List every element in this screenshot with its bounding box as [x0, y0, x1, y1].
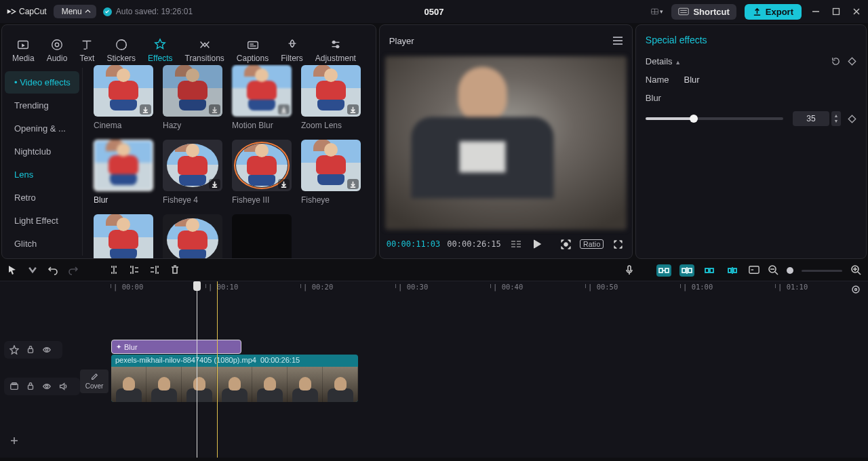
effect-card[interactable]: Fisheye	[301, 140, 361, 205]
snap-4[interactable]	[726, 264, 741, 277]
blur-value[interactable]: 35	[793, 111, 829, 126]
snap-3[interactable]	[703, 264, 717, 277]
pointer-tool[interactable]	[7, 264, 18, 277]
add-track-button[interactable]	[4, 432, 24, 449]
player-title: Player	[389, 36, 414, 46]
titlebar: CapCut Menu Auto saved: 19:26:01 0507 ▾ …	[0, 0, 868, 23]
play-button[interactable]	[530, 237, 545, 252]
ruler-tick: | 00:30	[398, 283, 428, 291]
zoom-slider-knob[interactable]	[787, 267, 793, 274]
playhead[interactable]	[197, 281, 197, 458]
blur-slider[interactable]	[646, 117, 783, 120]
zoom-slider-track[interactable]	[802, 270, 842, 272]
effect-card[interactable]	[163, 214, 222, 258]
close-button[interactable]	[850, 5, 863, 18]
category-item[interactable]: Retro	[5, 186, 79, 209]
trim-left-tool[interactable]	[129, 264, 140, 277]
svg-rect-3	[679, 8, 688, 15]
category-item[interactable]: Glitch	[5, 233, 79, 255]
details-label[interactable]: Details ▲	[646, 56, 681, 66]
download-icon[interactable]	[347, 104, 359, 115]
pointer-dropdown[interactable]	[27, 264, 38, 277]
effect-card[interactable]: Fisheye 4	[163, 140, 222, 205]
preview-toggle[interactable]	[749, 264, 760, 277]
trim-right-tool[interactable]	[149, 264, 160, 277]
category-item[interactable]: Opening & ...	[5, 117, 79, 140]
menu-button[interactable]: Menu	[54, 5, 96, 18]
video-track-header[interactable]	[4, 378, 80, 395]
module-tab-stickers[interactable]: Stickers	[100, 38, 142, 63]
module-tab-text[interactable]: Text	[73, 38, 100, 63]
effect-card[interactable]: Hazy	[163, 65, 222, 130]
download-icon[interactable]	[209, 104, 220, 115]
layout-button[interactable]: ▾	[651, 5, 663, 18]
module-tab-adjustment[interactable]: Adjustment	[309, 38, 362, 63]
redo-button[interactable]	[68, 264, 79, 277]
blur-stepper[interactable]: ▲▼	[831, 111, 841, 126]
export-button[interactable]: Export	[745, 4, 802, 20]
category-item[interactable]: Light Effect	[5, 209, 79, 232]
zoom-out[interactable]	[768, 264, 778, 277]
effect-card[interactable]: Fisheye III	[232, 140, 292, 205]
list-icon[interactable]	[509, 237, 524, 252]
download-icon[interactable]	[278, 179, 290, 189]
category-item[interactable]: Nightclub	[5, 140, 79, 163]
module-tab-effects[interactable]: Effects	[142, 38, 178, 63]
ruler-tick: | 01:00	[683, 283, 713, 291]
cover-button[interactable]: Cover	[80, 369, 108, 393]
effect-card[interactable]: Cinema	[94, 65, 153, 130]
download-icon[interactable]	[209, 179, 220, 189]
ruler-tick: | 00:50	[588, 283, 618, 291]
svg-rect-27	[848, 58, 856, 65]
download-icon[interactable]	[347, 179, 359, 189]
keyframe-icon[interactable]	[848, 115, 856, 123]
delete-tool[interactable]	[170, 264, 180, 277]
settings-icon[interactable]	[850, 284, 863, 296]
module-tab-media[interactable]: Media	[6, 38, 41, 63]
mic-icon[interactable]	[624, 264, 635, 277]
download-icon[interactable]	[140, 104, 151, 115]
svg-rect-7	[833, 9, 840, 15]
category-item[interactable]: Trending	[5, 94, 79, 117]
timeline[interactable]: | 00:00| 00:10| 00:20| 00:30| 00:40| 00:…	[0, 281, 868, 458]
snap-2[interactable]	[679, 264, 694, 277]
zoom-in[interactable]	[850, 264, 861, 277]
svg-point-18	[332, 41, 335, 44]
module-tab-audio[interactable]: Audio	[41, 38, 74, 63]
video-clip[interactable]: pexels-mikhail-nilov-8847405 (1080p).mp4…	[111, 355, 358, 402]
effect-card[interactable]	[94, 214, 153, 258]
shortcut-button[interactable]: Shortcut	[671, 4, 736, 20]
svg-rect-31	[665, 268, 669, 273]
snap-1[interactable]	[656, 264, 671, 277]
module-tab-filters[interactable]: Filters	[275, 38, 309, 63]
svg-rect-30	[659, 268, 663, 273]
effect-card[interactable]: Motion Blur	[232, 65, 292, 130]
undo-button[interactable]	[47, 264, 58, 277]
effect-card[interactable]: Blur	[94, 140, 153, 205]
fx-clip[interactable]: Blur	[111, 340, 241, 354]
ratio-button[interactable]: Ratio	[580, 239, 604, 249]
fx-track-header[interactable]	[4, 341, 62, 359]
module-tab-captions[interactable]: Captions	[231, 38, 275, 63]
player-menu-icon[interactable]	[613, 37, 623, 44]
project-title: 0507	[425, 7, 444, 17]
inspector-title: Special effects	[646, 25, 856, 52]
effect-card[interactable]	[232, 214, 292, 258]
marker-line[interactable]	[217, 281, 218, 458]
download-icon[interactable]	[278, 104, 290, 115]
svg-rect-56	[28, 385, 33, 389]
fullscreen-icon[interactable]	[610, 237, 625, 252]
minimize-button[interactable]	[810, 5, 822, 18]
svg-point-19	[336, 45, 339, 48]
effect-card[interactable]: Zoom Lens	[301, 65, 361, 130]
split-tool[interactable]	[108, 264, 119, 277]
focus-icon[interactable]	[559, 237, 573, 252]
category-item[interactable]: Lens	[5, 163, 79, 186]
module-tab-transitions[interactable]: Transitions	[179, 38, 231, 63]
preview-viewport[interactable]	[385, 56, 627, 230]
maximize-button[interactable]	[830, 5, 842, 18]
reset-icon[interactable]	[831, 56, 841, 66]
category-item[interactable]: Video effects	[5, 71, 79, 94]
svg-point-11	[55, 43, 58, 46]
keyframe-icon[interactable]	[848, 57, 856, 66]
